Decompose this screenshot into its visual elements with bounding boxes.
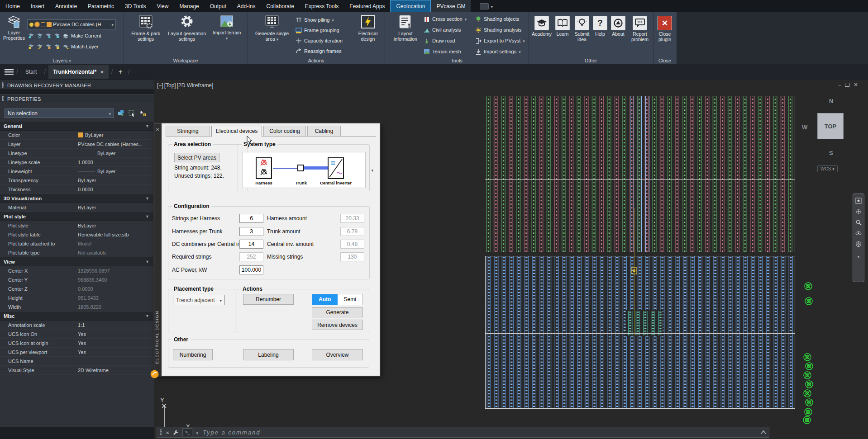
about-button[interactable]: About (609, 16, 627, 37)
orbit-icon[interactable] (855, 230, 862, 236)
tab-pvcase-gm[interactable]: PVcase GM (431, 0, 471, 12)
strings-per-harness-input[interactable] (239, 214, 263, 223)
ac-power-input[interactable] (239, 265, 263, 274)
select-pv-areas-button[interactable]: Select PV areas (174, 153, 219, 162)
terrain-mesh-item[interactable]: Terrain mesh (424, 47, 461, 56)
select-objects-button[interactable] (128, 109, 136, 118)
export-pvsyst-item[interactable]: Export to PVsyst (475, 36, 525, 45)
chevron-down-icon[interactable] (196, 428, 198, 436)
wcs-dropdown[interactable]: WCS (817, 165, 838, 172)
academy-button[interactable]: Academy (530, 16, 553, 37)
property-row[interactable]: Plot style tableRenewable full size.stb (0, 230, 154, 239)
layer-tool-icon[interactable] (45, 33, 52, 38)
panel-caption-layers[interactable]: Layers (0, 58, 124, 63)
property-row[interactable]: ColorByLayer (0, 131, 154, 140)
section-plot-style[interactable]: Plot style▼ (0, 212, 154, 221)
property-row[interactable]: Height951.9433 (0, 293, 154, 302)
chevron-down-icon[interactable] (371, 167, 373, 173)
close-icon[interactable]: ✕ (854, 82, 858, 88)
layer-tool-icon[interactable] (45, 44, 52, 49)
minimize-icon[interactable]: − (838, 82, 841, 88)
fullnav-wheel-icon[interactable] (855, 198, 862, 204)
layer-tool-icon[interactable] (28, 44, 34, 49)
zoom-icon[interactable] (855, 219, 862, 226)
generate-single-area-button[interactable]: Generate single area (253, 14, 291, 42)
shading-objects-item[interactable]: Shading objects (475, 14, 519, 24)
drawing-recovery-manager-bar[interactable]: DRAWING RECOVERY MANAGER (0, 80, 154, 90)
property-row[interactable]: UCS Name (0, 357, 154, 366)
learn-button[interactable]: Learn (554, 16, 571, 37)
section-3d-visualization[interactable]: 3D Visualization▼ (0, 194, 154, 203)
tab-collaborate[interactable]: Collaborate (261, 0, 299, 12)
palette-grip[interactable] (2, 82, 4, 88)
import-settings-item[interactable]: Import settings (475, 47, 521, 56)
steering-wheel-icon[interactable] (855, 241, 862, 247)
close-icon[interactable] (166, 428, 169, 436)
properties-palette-bar[interactable]: PROPERTIES (0, 94, 154, 104)
layer-tool-icon[interactable] (37, 44, 43, 49)
property-row[interactable]: UCS per viewportYes (0, 348, 154, 357)
viewcube-west[interactable]: W (802, 124, 807, 131)
close-plugin-button[interactable]: ✕ Close plugin (654, 16, 676, 42)
file-tab-start[interactable]: Start (21, 65, 41, 79)
property-row[interactable]: Plot styleByLayer (0, 221, 154, 230)
layer-tool-icon[interactable] (62, 44, 69, 49)
viewport-visualstyle-control[interactable]: [2D Wireframe] (177, 82, 214, 89)
reassign-frames-item[interactable]: Reassign frames (296, 47, 342, 56)
submit-idea-button[interactable]: Submit idea (572, 16, 592, 42)
hamburger-menu-icon[interactable] (5, 69, 14, 75)
property-row[interactable]: Width1805.8220 (0, 302, 154, 312)
close-tab-icon[interactable] (100, 69, 104, 75)
viewcube-north[interactable]: N (829, 98, 833, 104)
layer-tool-icon[interactable] (37, 33, 43, 38)
tab-color-coding[interactable]: Color coding (263, 126, 306, 136)
match-layer-label[interactable]: Match Layer (71, 44, 99, 49)
tab-express-tools[interactable]: Express Tools (300, 0, 344, 12)
dialog-close-icon[interactable] (156, 126, 159, 132)
tab-parametric[interactable]: Parametric (82, 0, 119, 12)
auto-toggle[interactable]: Auto (312, 294, 338, 305)
remove-devices-button[interactable]: Remove devices (312, 320, 363, 330)
viewcube-south[interactable]: S (829, 150, 833, 156)
layer-tool-icon[interactable] (28, 33, 34, 38)
show-piling-item[interactable]: Show piling (296, 15, 334, 24)
tab-add-ins[interactable]: Add-ins (232, 0, 261, 12)
property-row[interactable]: UCS icon OnYes (0, 330, 154, 339)
file-tab-active[interactable]: TrunkHorizontal* (48, 65, 108, 79)
command-input[interactable] (202, 429, 757, 436)
layer-tool-icon[interactable] (54, 33, 60, 38)
tab-featured-apps[interactable]: Featured Apps (344, 0, 390, 12)
cross-section-item[interactable]: Cross section (424, 14, 467, 24)
command-prompt-icon[interactable]: >_ (182, 428, 192, 436)
section-misc[interactable]: Misc▼ (0, 312, 154, 321)
property-row[interactable]: Plot table typeNot available (0, 248, 154, 257)
section-general[interactable]: General▼ (0, 122, 154, 131)
help-button[interactable]: ? Help (593, 16, 607, 37)
electrical-design-button[interactable]: Electrical design (353, 14, 382, 42)
import-terrain-button[interactable]: Import terrain (210, 14, 244, 41)
property-row[interactable]: TransparencyByLayer (0, 176, 154, 185)
tab-stringing[interactable]: Stringing (166, 126, 210, 136)
system-type-selector[interactable]: Harness Trunk Central inverter (243, 152, 366, 188)
new-tab-icon[interactable] (115, 68, 125, 76)
tab-home[interactable]: Home (0, 0, 25, 12)
ribbon-display-toggle[interactable] (477, 0, 496, 12)
viewcube-top[interactable]: TOP (817, 113, 844, 139)
command-bar-grip[interactable] (160, 429, 162, 435)
viewport-minus-control[interactable]: [−] (157, 82, 163, 89)
property-row[interactable]: MaterialByLayer (0, 203, 154, 212)
numbering-button[interactable]: Numbering (173, 349, 213, 360)
tab-geolocation[interactable]: Geolocation (390, 0, 431, 12)
navbar-more-icon[interactable] (858, 252, 860, 260)
property-row[interactable]: Plot table attached toModel (0, 239, 154, 248)
quick-select-button[interactable] (138, 109, 147, 118)
dc-combiners-input[interactable] (239, 240, 263, 249)
tab-3d-tools[interactable]: 3D Tools (119, 0, 151, 12)
civil-analysis-item[interactable]: Civil analysis (424, 25, 461, 34)
layout-generation-settings-button[interactable]: Layout generation settings (166, 14, 208, 42)
harnesses-per-trunk-input[interactable] (239, 227, 263, 236)
frame-grouping-item[interactable]: Frame grouping (296, 26, 339, 35)
restore-icon[interactable] (845, 83, 849, 87)
property-row[interactable]: Linetype scale1.0000 (0, 158, 154, 167)
overview-button[interactable]: Overview (312, 349, 363, 360)
